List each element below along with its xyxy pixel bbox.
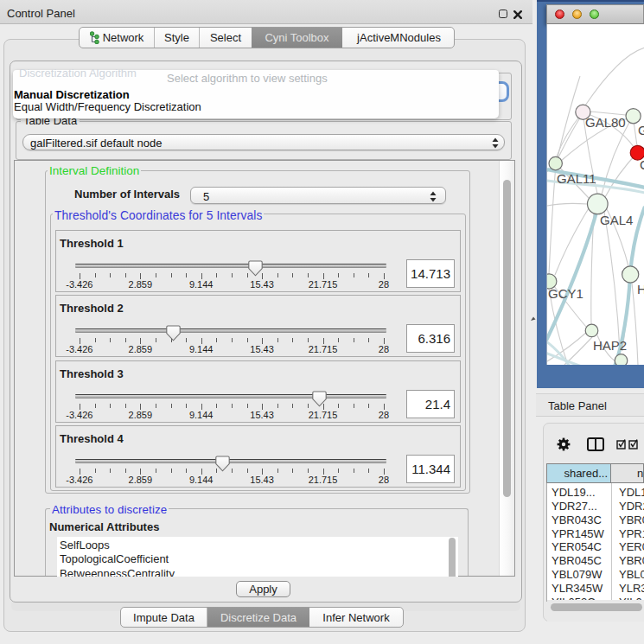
- svg-text:GAL4: GAL4: [600, 213, 633, 227]
- svg-text:GCY1: GCY1: [548, 286, 583, 301]
- svg-text:GAL80: GAL80: [585, 115, 626, 130]
- svg-text:HAP2: HAP2: [593, 338, 627, 353]
- svg-text:C: C: [640, 157, 644, 172]
- svg-text:H: H: [637, 282, 644, 296]
- svg-text:GAL11: GAL11: [557, 171, 596, 186]
- svg-text:G.: G.: [638, 123, 644, 137]
